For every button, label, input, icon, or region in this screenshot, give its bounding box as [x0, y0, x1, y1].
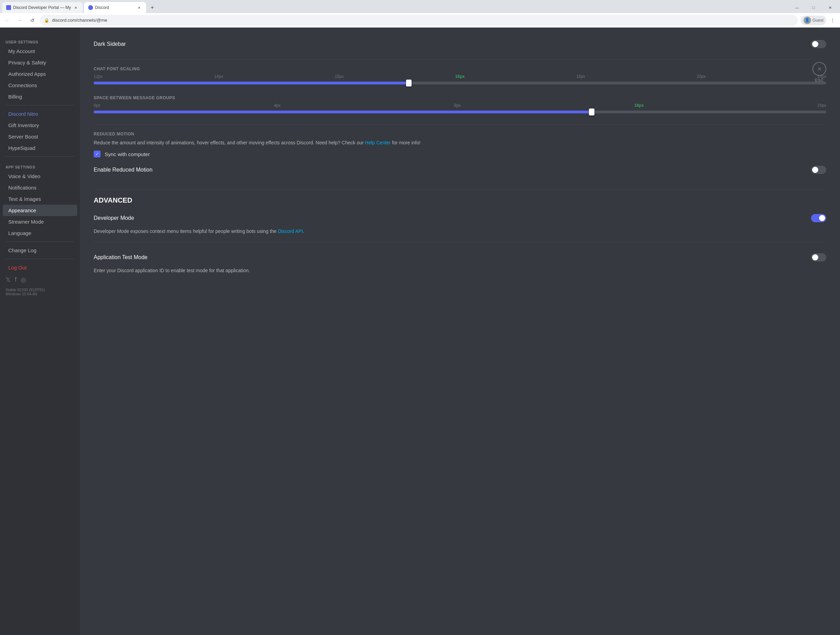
sidebar-item-hypesquad[interactable]: HypeSquad — [3, 142, 77, 154]
space-label-8: 8px — [454, 103, 461, 108]
space-between-section: SPACE BETWEEN MESSAGE GROUPS 0px 4px 8px… — [94, 95, 826, 113]
minimize-button[interactable]: — — [789, 3, 805, 13]
new-tab-button[interactable]: + — [147, 3, 157, 13]
font-label-16: 16px — [455, 74, 464, 79]
app-test-mode-thumb — [812, 254, 818, 260]
browser-menu-button[interactable]: ⋮ — [827, 16, 837, 25]
sidebar-item-billing[interactable]: Billing — [3, 91, 77, 102]
sidebar-item-gift-inventory[interactable]: Gift Inventory — [3, 120, 77, 131]
font-size-slider[interactable] — [94, 82, 826, 84]
discord-api-link[interactable]: Discord API — [278, 228, 303, 234]
enable-reduced-motion-toggle[interactable] — [811, 166, 826, 174]
sidebar-item-server-boost[interactable]: Server Boost — [3, 131, 77, 142]
font-slider-fill — [94, 82, 409, 84]
sidebar-item-my-account[interactable]: My Account — [3, 46, 77, 57]
tab-favicon-discord — [88, 5, 93, 10]
social-links: 𝕏 f ◎ — [0, 273, 80, 286]
facebook-icon[interactable]: f — [15, 276, 17, 283]
profile-button[interactable]: 👤 Guest — [801, 16, 826, 25]
space-label-16: 16px — [635, 103, 644, 108]
sidebar-item-text-images[interactable]: Text & Images — [3, 193, 77, 205]
font-label-20: 20px — [697, 74, 706, 79]
sidebar-item-notifications[interactable]: Notifications — [3, 182, 77, 193]
app-test-mode-description: Enter your Discord application ID to ena… — [94, 267, 826, 274]
space-slider-container: 0px 4px 8px 16px 24px — [94, 103, 826, 113]
tab-close-discord[interactable]: ✕ — [136, 5, 142, 10]
address-bar[interactable]: 🔒 discord.com/channels/@me — [40, 15, 798, 26]
esc-x-icon: ✕ — [817, 66, 822, 72]
help-center-link[interactable]: Help Center — [365, 140, 391, 146]
divider-reduced-motion — [94, 124, 826, 125]
sidebar-item-logout[interactable]: Log Out — [3, 262, 77, 273]
dark-sidebar-row: Dark Sidebar — [94, 36, 826, 52]
space-slider-fill — [94, 111, 592, 113]
browser-actions: 👤 Guest ⋮ — [801, 16, 837, 25]
space-slider[interactable] — [94, 111, 826, 113]
esc-button[interactable]: ✕ ESC — [812, 62, 826, 83]
close-button[interactable]: ✕ — [822, 3, 838, 13]
sidebar-item-privacy-safety[interactable]: Privacy & Safety — [3, 57, 77, 68]
app-test-mode-row: Application Test Mode — [94, 249, 826, 266]
reduced-motion-description: Reduce the amount and intensity of anima… — [94, 139, 826, 146]
font-label-15: 15px — [335, 74, 344, 79]
forward-button[interactable]: → — [15, 16, 25, 25]
tab-title-discord: Discord — [95, 5, 134, 10]
app-test-mode-toggle[interactable] — [811, 253, 826, 261]
back-button[interactable]: ← — [3, 16, 13, 25]
developer-mode-block: Developer Mode Developer Mode exposes co… — [94, 210, 826, 235]
sidebar-item-discord-nitro[interactable]: Discord Nitro — [3, 108, 77, 120]
tab-discord[interactable]: Discord ✕ — [84, 2, 146, 13]
twitter-icon[interactable]: 𝕏 — [6, 276, 11, 283]
reduced-motion-section: REDUCED MOTION Reduce the amount and int… — [94, 131, 826, 178]
checkbox-check-icon: ✓ — [95, 152, 99, 157]
enable-reduced-motion-row: Enable Reduced Motion — [94, 162, 826, 178]
sidebar-item-voice-video[interactable]: Voice & Video — [3, 171, 77, 182]
tab-favicon-dev — [6, 5, 11, 10]
sidebar-item-streamer-mode[interactable]: Streamer Mode — [3, 216, 77, 227]
space-labels: 0px 4px 8px 16px 24px — [94, 103, 826, 108]
space-slider-thumb[interactable] — [589, 109, 594, 116]
app-settings-label: APP SETTINGS — [0, 160, 80, 171]
sidebar-item-change-log[interactable]: Change Log — [3, 245, 77, 256]
font-label-18: 18px — [576, 74, 585, 79]
app-container: USER SETTINGS My Account Privacy & Safet… — [0, 28, 840, 635]
window-controls: — □ ✕ — [789, 3, 838, 13]
lock-icon: 🔒 — [44, 18, 49, 23]
chat-font-scaling-header: CHAT FONT SCALING — [94, 67, 826, 71]
space-label-24: 24px — [817, 103, 826, 108]
divider-app-test — [94, 242, 826, 242]
enable-reduced-motion-label: Enable Reduced Motion — [94, 167, 153, 173]
maximize-button[interactable]: □ — [805, 3, 821, 13]
sidebar-item-connections[interactable]: Connections — [3, 79, 77, 91]
divider-dark-sidebar — [94, 59, 826, 60]
developer-mode-row: Developer Mode — [94, 210, 826, 226]
sidebar: USER SETTINGS My Account Privacy & Safet… — [0, 28, 80, 635]
developer-mode-toggle[interactable] — [811, 214, 826, 222]
tab-discord-developer[interactable]: Discord Developer Portal — My ✕ — [2, 2, 83, 13]
version-text: Stable 62330 (912f791) Windows 10 64-Bit — [0, 286, 80, 297]
sidebar-item-authorized-apps[interactable]: Authorized Apps — [3, 68, 77, 79]
esc-circle[interactable]: ✕ — [812, 62, 826, 76]
space-between-header: SPACE BETWEEN MESSAGE GROUPS — [94, 95, 826, 100]
tab-title-dev: Discord Developer Portal — My — [13, 5, 71, 10]
space-label-4: 4px — [274, 103, 280, 108]
advanced-title: ADVANCED — [94, 196, 826, 204]
sync-computer-checkbox[interactable]: ✓ — [94, 150, 101, 157]
tab-bar: Discord Developer Portal — My ✕ Discord … — [0, 0, 840, 13]
esc-label: ESC — [815, 78, 824, 83]
reload-button[interactable]: ↺ — [28, 16, 37, 25]
sidebar-item-appearance[interactable]: Appearance — [3, 205, 77, 216]
tab-close-dev[interactable]: ✕ — [73, 5, 79, 10]
advanced-section: ADVANCED Developer Mode Developer Mode e… — [94, 196, 826, 274]
font-slider-thumb[interactable] — [406, 79, 412, 87]
app-test-mode-block: Application Test Mode Enter your Discord… — [94, 249, 826, 274]
dark-sidebar-toggle[interactable] — [811, 40, 826, 48]
sidebar-item-language[interactable]: Language — [3, 227, 77, 239]
font-size-labels: 12px 14px 15px 16px 18px 20px 24px — [94, 74, 826, 79]
chat-font-scaling-section: CHAT FONT SCALING 12px 14px 15px 16px 18… — [94, 67, 826, 84]
font-label-14: 14px — [214, 74, 223, 79]
address-text: discord.com/channels/@me — [52, 17, 107, 23]
developer-mode-description: Developer Mode exposes context menu item… — [94, 228, 826, 235]
instagram-icon[interactable]: ◎ — [21, 276, 26, 283]
developer-mode-thumb — [819, 215, 825, 221]
